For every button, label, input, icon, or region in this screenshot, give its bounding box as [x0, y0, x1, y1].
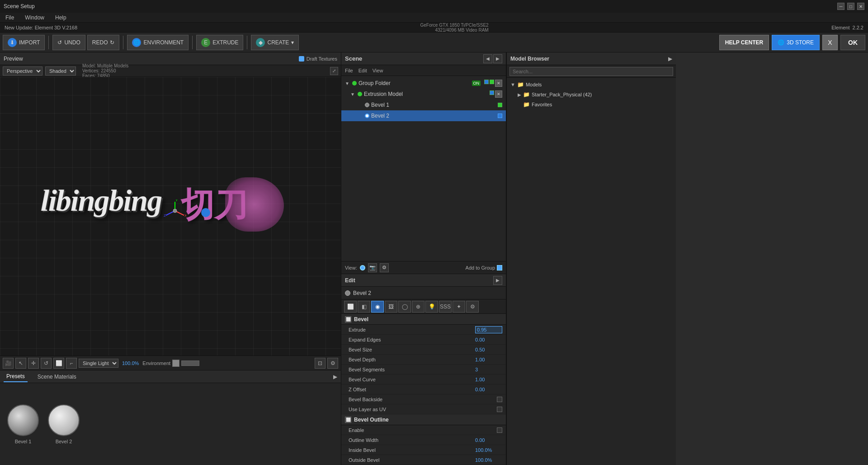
scene-menu-edit[interactable]: Edit [359, 68, 367, 73]
close-btn[interactable]: ✕ [857, 3, 864, 10]
undo-button[interactable]: ↺ UNDO [52, 35, 85, 50]
preset-bevel2[interactable]: Bevel 2 [48, 404, 80, 444]
model-tree-models[interactable]: ▼ 📁 Models [507, 80, 676, 90]
transform-btn[interactable]: ✛ [28, 358, 39, 369]
extra-btn[interactable]: ⌐ [66, 358, 77, 369]
scene-expand-btn[interactable]: ▶ [493, 54, 502, 63]
toolbar: ⬇ IMPORT ↺ UNDO REDO ↻ 🌐 ENVIRONMENT E E… [0, 33, 868, 52]
prop-bevel-backside: Bevel Backside [341, 394, 506, 404]
svg-text:Y: Y [175, 199, 178, 202]
scene-tree: ▼ Group Folder ON ✕ ▼ Extrusion Model ✕ [341, 76, 506, 261]
tree-bevel2[interactable]: Bevel 2 [341, 110, 506, 121]
scene-menu-view[interactable]: View [373, 68, 383, 73]
model-search-input[interactable] [509, 67, 673, 76]
presets-arrow[interactable]: ▶ [333, 374, 337, 380]
fullscreen-btn[interactable]: ⊡ [315, 358, 326, 369]
edit-tab-material[interactable]: ◧ [358, 301, 370, 313]
tree-extrusion-model[interactable]: ▼ Extrusion Model ✕ [341, 89, 506, 100]
add-to-group-btn[interactable]: Add to Group [466, 265, 502, 270]
edit-tabs: ⬜ ◧ ◉ 🖼 ◯ ⊕ 💡 SSS ✦ ⚙ [341, 299, 506, 314]
tree-group-folder[interactable]: ▼ Group Folder ON ✕ [341, 78, 506, 89]
expand-edges-value[interactable]: 0.00 [475, 337, 502, 342]
edit-tab-bevel[interactable]: ◉ [371, 301, 384, 313]
close-setup-button[interactable]: X [822, 35, 838, 50]
prop-bevel-curve: Bevel Curve 1.00 [341, 375, 506, 384]
menu-help[interactable]: Help [53, 14, 68, 22]
bevel-section-header[interactable]: ⬜ Bevel [341, 314, 506, 325]
tree-close-extrusion[interactable]: ✕ [495, 90, 502, 98]
scene-menu-file[interactable]: File [345, 68, 353, 73]
presets-tab[interactable]: Presets [4, 371, 28, 382]
scene-collapse-btn[interactable]: ◀ [483, 54, 492, 63]
environment-bar[interactable] [181, 361, 199, 366]
draft-textures-toggle[interactable]: Draft Textures [299, 56, 337, 62]
edit-tab-layout[interactable]: ⬜ [344, 301, 357, 313]
camera-btn[interactable]: 🎥 [3, 358, 14, 369]
shaded-select[interactable]: Shaded [45, 66, 76, 76]
store-button[interactable]: 🌐 3D STORE [772, 35, 820, 50]
settings-vp-btn[interactable]: ⚙ [327, 358, 338, 369]
svg-text:Z: Z [164, 214, 166, 218]
model-tree-favorites[interactable]: ▶ 📁 Favorites [507, 100, 676, 109]
inside-bevel-value[interactable]: 100.0% [475, 447, 502, 453]
viewport-3d[interactable]: libingbing 切刀 Y X Z [0, 77, 341, 356]
draft-textures-checkbox[interactable] [299, 56, 304, 62]
view-cam-btn[interactable]: 📷 [368, 263, 377, 272]
rotate-btn[interactable]: ↺ [41, 358, 52, 369]
prop-inside-bevel: Inside Bevel 100.0% [341, 445, 506, 455]
import-button[interactable]: ⬇ IMPORT [3, 35, 45, 50]
scale-btn[interactable]: ⬜ [53, 358, 64, 369]
edit-expand-btn[interactable]: ▶ [493, 276, 502, 285]
light-select[interactable]: Single Light [79, 359, 118, 368]
environment-button[interactable]: 🌐 ENVIRONMENT [127, 35, 189, 50]
menu-window[interactable]: Window [23, 14, 46, 22]
outside-bevel-value[interactable]: 100.0% [475, 457, 502, 463]
model-tree-starter-pack[interactable]: ▶ 📁 Starter_Pack_Physical (42) [507, 90, 676, 100]
maximize-viewport-btn[interactable]: ⤢ [330, 67, 338, 75]
edit-tab-image[interactable]: 🖼 [385, 301, 397, 313]
view-cam-btn2[interactable]: ⚙ [380, 263, 389, 272]
perspective-select[interactable]: Perspective [3, 66, 42, 76]
edit-tab-ring[interactable]: ⊕ [412, 301, 425, 313]
bevel-backside-checkbox[interactable] [497, 397, 502, 402]
ok-button[interactable]: OK [840, 35, 865, 50]
tree-close-group[interactable]: ✕ [495, 80, 502, 87]
environment-color[interactable] [172, 360, 179, 367]
tree-bevel1[interactable]: Bevel 1 [341, 100, 506, 110]
bevel-segments-value[interactable]: 3 [475, 367, 502, 372]
starter-pack-folder-icon: 📁 [523, 91, 530, 98]
use-layer-uv-checkbox[interactable] [497, 407, 502, 412]
bevel1-green-sq [498, 103, 502, 107]
preview-tab[interactable]: Preview [4, 56, 23, 62]
edit-title: Edit [345, 277, 355, 284]
z-offset-value[interactable]: 0.00 [475, 387, 502, 392]
extrude-button[interactable]: E EXTRUDE [196, 35, 243, 50]
scene-materials-tab[interactable]: Scene Materials [35, 372, 79, 382]
edit-tab-sss[interactable]: SSS [439, 301, 452, 313]
redo-button[interactable]: REDO ↻ [87, 35, 120, 50]
bevel-depth-value[interactable]: 1.00 [475, 357, 502, 362]
edit-tab-sphere[interactable]: ◯ [398, 301, 411, 313]
edit-tab-settings[interactable]: ⚙ [466, 301, 479, 313]
bevel-size-value[interactable]: 0.50 [475, 347, 502, 352]
menu-file[interactable]: File [4, 14, 16, 22]
model-browser-arrow[interactable]: ▶ [668, 56, 672, 62]
edit-tab-light[interactable]: 💡 [425, 301, 438, 313]
outline-width-value[interactable]: 0.00 [475, 437, 502, 443]
create-button[interactable]: ◆ CREATE ▾ [251, 35, 299, 50]
preset-bevel1[interactable]: Bevel 1 [7, 404, 39, 444]
minimize-btn[interactable]: ─ [837, 3, 844, 10]
select-btn[interactable]: ↖ [15, 358, 26, 369]
edit-tab-scatter[interactable]: ✦ [453, 301, 465, 313]
maximize-btn[interactable]: □ [847, 3, 854, 10]
enable-checkbox[interactable] [497, 427, 502, 433]
tree-arrow-group: ▼ [345, 81, 350, 86]
use-layer-uv-label: Use Layer as UV [349, 407, 497, 412]
right-panel: Model Browser ▶ ▼ 📁 Models ▶ 📁 Starter_P… [506, 52, 676, 465]
extrude-input[interactable] [475, 326, 502, 333]
view-radio[interactable] [360, 265, 365, 270]
bevel-outline-section-header[interactable]: ⬜ Bevel Outline [341, 414, 506, 425]
bevel-curve-value[interactable]: 1.00 [475, 377, 502, 382]
favorites-label: Favorites [532, 102, 552, 107]
help-center-button[interactable]: HELP CENTER [719, 35, 769, 50]
